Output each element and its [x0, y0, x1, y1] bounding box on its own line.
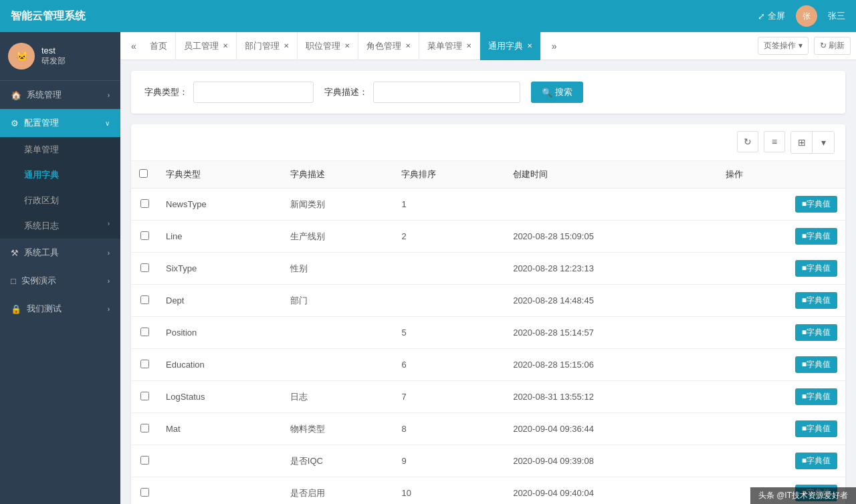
sidebar-avatar: 🐱	[8, 43, 35, 70]
row-type-5: Education	[158, 349, 282, 381]
row-checkbox-5[interactable]	[140, 360, 149, 368]
dict-value-button-6[interactable]: ■字典值	[795, 388, 837, 405]
row-type-7: Mat	[158, 413, 282, 445]
tab-position[interactable]: 职位管理 ✕	[298, 32, 358, 60]
row-checkbox-4[interactable]	[140, 328, 149, 336]
grid-view-button[interactable]: ⊞	[791, 132, 813, 153]
dict-value-button-0[interactable]: ■字典值	[795, 196, 837, 213]
tab-nav-right[interactable]: »	[546, 41, 562, 51]
table-row: Dept 部门 2020-08-28 14:48:45 ■字典值	[131, 285, 845, 317]
tab-menu[interactable]: 菜单管理 ✕	[419, 32, 480, 60]
tab-nav-left[interactable]: «	[126, 41, 142, 51]
sidebar-item-syslog[interactable]: 系统日志 ›	[0, 213, 120, 239]
sidebar-item-config-label: 配置管理	[24, 117, 59, 129]
refresh-button[interactable]: ↻ 刷新	[814, 37, 851, 55]
row-checkbox-7[interactable]	[140, 424, 149, 432]
row-action-0: ■字典值	[718, 188, 845, 221]
watermark: 头条 @IT技术资源爱好者	[750, 487, 856, 504]
row-action-3: ■字典值	[718, 285, 845, 317]
dict-value-button-4[interactable]: ■字典值	[795, 324, 837, 341]
dict-value-button-3[interactable]: ■字典值	[795, 292, 837, 309]
row-checkbox-cell	[131, 413, 158, 445]
row-order-0: 1	[393, 188, 505, 221]
row-desc-7: 物料类型	[282, 413, 394, 445]
row-checkbox-2[interactable]	[140, 263, 149, 272]
tab-bar: « 首页 员工管理 ✕ 部门管理 ✕ 职位管理 ✕ 角色管理 ✕ 菜单管理	[120, 32, 856, 60]
columns-button[interactable]: ≡	[764, 131, 785, 152]
tab-role-close[interactable]: ✕	[405, 42, 411, 49]
row-type-2: SixType	[158, 253, 282, 285]
tab-role[interactable]: 角色管理 ✕	[358, 32, 419, 60]
row-action-4: ■字典值	[718, 317, 845, 349]
sidebar-item-tools[interactable]: ⚒ 系统工具 ›	[0, 239, 120, 267]
table-row: Education 6 2020-08-28 15:15:06 ■字典值	[131, 349, 845, 381]
tab-dept-close[interactable]: ✕	[284, 42, 289, 49]
row-action-1: ■字典值	[718, 221, 845, 253]
tab-home[interactable]: 首页	[142, 32, 176, 60]
tab-dict-close[interactable]: ✕	[527, 42, 532, 49]
row-checkbox-cell	[131, 285, 158, 317]
row-checkbox-1[interactable]	[140, 231, 149, 240]
page-ops-button[interactable]: 页签操作 ▾	[758, 37, 808, 55]
row-checkbox-3[interactable]	[140, 295, 149, 304]
tab-employee[interactable]: 员工管理 ✕	[176, 32, 237, 60]
syslog-chevron-icon: ›	[108, 220, 110, 227]
sidebar-item-mytest[interactable]: 🔒 我们测试 ›	[0, 295, 120, 323]
chevron-right-icon4: ›	[108, 305, 110, 313]
row-type-1: Line	[158, 221, 282, 253]
sidebar-item-system-label: 系统管理	[27, 89, 62, 101]
select-all-col	[131, 161, 158, 188]
row-created-3: 2020-08-28 14:48:45	[505, 285, 717, 317]
sidebar-item-menu-mgmt[interactable]: 菜单管理	[0, 137, 120, 162]
search-type-field: 字典类型：	[144, 82, 314, 103]
row-checkbox-6[interactable]	[140, 392, 149, 400]
tab-position-close[interactable]: ✕	[344, 42, 350, 49]
dropdown-icon: ▾	[798, 41, 802, 50]
content-area: « 首页 员工管理 ✕ 部门管理 ✕ 职位管理 ✕ 角色管理 ✕ 菜单管理	[120, 32, 856, 504]
refresh-table-icon: ↻	[744, 136, 752, 147]
sidebar-item-region[interactable]: 行政区划	[0, 188, 120, 213]
row-desc-5	[282, 349, 394, 381]
columns-icon: ≡	[772, 136, 777, 147]
select-all-checkbox[interactable]	[139, 169, 148, 178]
table-body: NewsType 新闻类别 1 ■字典值 Line 生产线别 2 2020-08…	[131, 188, 845, 505]
tab-employee-close[interactable]: ✕	[223, 42, 228, 49]
row-desc-8: 是否IQC	[282, 445, 394, 477]
sidebar-item-demo-label: 实例演示	[21, 275, 56, 287]
search-type-input[interactable]	[193, 82, 314, 103]
tab-dept[interactable]: 部门管理 ✕	[237, 32, 298, 60]
col-action: 操作	[718, 161, 845, 188]
row-checkbox-9[interactable]	[140, 488, 149, 497]
row-desc-1: 生产线别	[282, 221, 394, 253]
row-order-5: 6	[393, 349, 505, 381]
search-desc-input[interactable]	[373, 82, 520, 103]
tab-menu-close[interactable]: ✕	[466, 42, 471, 49]
fullscreen-button[interactable]: ⤢ 全屏	[758, 10, 785, 22]
chevron-down-icon: ∨	[105, 120, 110, 127]
sidebar-item-dict[interactable]: 通用字典	[0, 162, 120, 188]
dict-value-button-7[interactable]: ■字典值	[795, 420, 837, 437]
sidebar-item-demo[interactable]: □ 实例演示 ›	[0, 267, 120, 295]
tab-dict[interactable]: 通用字典 ✕	[480, 32, 541, 60]
row-action-7: ■字典值	[718, 413, 845, 445]
row-created-9: 2020-09-04 09:40:04	[505, 477, 717, 505]
col-order: 字典排序	[393, 161, 505, 188]
app-title: 智能云管理系统	[11, 9, 86, 23]
row-checkbox-0[interactable]	[140, 199, 149, 208]
table-row: 是否IQC 9 2020-09-04 09:39:08 ■字典值	[131, 445, 845, 477]
dict-value-button-5[interactable]: ■字典值	[795, 356, 837, 373]
refresh-table-button[interactable]: ↻	[737, 131, 758, 152]
list-view-button[interactable]: ▾	[813, 132, 834, 153]
row-created-0	[505, 188, 717, 221]
dict-value-button-8[interactable]: ■字典值	[795, 453, 837, 469]
sidebar: 🐱 test 研发部 🏠 系统管理 › ⚙ 配置管理 ∨ 菜单管理	[0, 32, 120, 504]
dict-value-button-2[interactable]: ■字典值	[795, 260, 837, 277]
sidebar-item-config[interactable]: ⚙ 配置管理 ∨	[0, 109, 120, 137]
row-checkbox-cell	[131, 349, 158, 381]
search-button[interactable]: 🔍 搜索	[531, 82, 583, 103]
list-icon: ▾	[821, 137, 826, 148]
sidebar-item-system[interactable]: 🏠 系统管理 ›	[0, 81, 120, 109]
row-checkbox-8[interactable]	[140, 456, 149, 465]
table-row: Mat 物料类型 8 2020-09-04 09:36:44 ■字典值	[131, 413, 845, 445]
dict-value-button-1[interactable]: ■字典值	[795, 228, 837, 245]
